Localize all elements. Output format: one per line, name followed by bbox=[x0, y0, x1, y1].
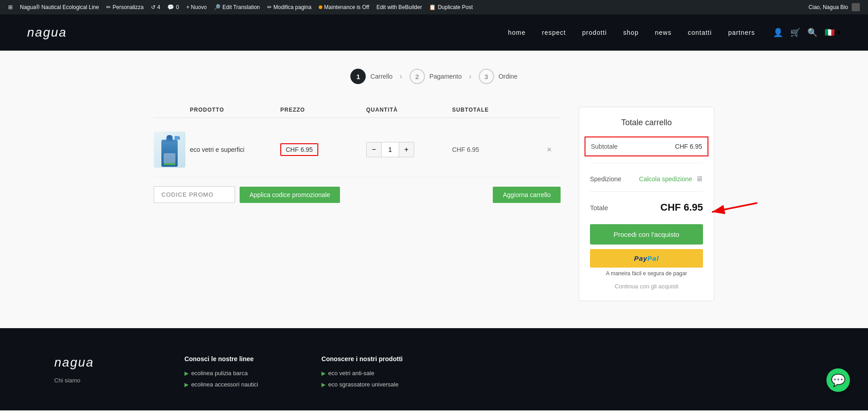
admin-modify-page[interactable]: ✏ Modifica pagina bbox=[264, 0, 315, 14]
paypal-button[interactable]: PayPal bbox=[590, 249, 703, 268]
edit-translation-label: Edit Translation bbox=[222, 4, 260, 10]
language-flag[interactable]: 🇮🇹 ▾ bbox=[825, 28, 841, 38]
total-row: Totale CHF 6.95 bbox=[590, 194, 703, 221]
shipping-row: Spedizione Calcola spedizione 🖥 bbox=[590, 169, 703, 188]
nav-contatti[interactable]: contatti bbox=[688, 29, 712, 36]
duplicate-icon: 📋 bbox=[429, 4, 436, 10]
footer-link-pulizia[interactable]: ▶ ecolinea pulizia barca bbox=[184, 370, 258, 377]
footer-link-vetri-label: eco vetri anti-sale bbox=[328, 370, 374, 377]
comments-icon: 💬 bbox=[167, 4, 174, 10]
svg-line-1 bbox=[712, 203, 757, 212]
footer-logo: nagua bbox=[54, 355, 94, 370]
cart-section: PRODOTTO PREZZO QUANTITÀ SUBTOTALE bbox=[154, 107, 561, 301]
red-arrow-annotation bbox=[708, 198, 762, 221]
product-name: eco vetri e superfici bbox=[190, 146, 280, 153]
subtotale-value: CHF 6.95 bbox=[675, 143, 702, 150]
footer-arrow-2: ▶ bbox=[184, 381, 189, 388]
step-3: 3 Ordine bbox=[479, 69, 518, 84]
paypal-subtitle: A maneira fácil e segura de pagar bbox=[590, 270, 703, 277]
admin-new[interactable]: + Nuovo bbox=[183, 0, 210, 14]
admin-user-greeting[interactable]: Ciao, Nagua Bio bbox=[805, 3, 863, 11]
summary-divider-1 bbox=[590, 163, 703, 163]
bebuilder-label: Edit with BeBuilder bbox=[377, 4, 422, 10]
cart-row: eco vetri e superfici CHF 6.95 − + CHF 6… bbox=[154, 122, 561, 177]
user-icon[interactable]: 👤 bbox=[773, 28, 783, 38]
col-remove bbox=[538, 107, 561, 113]
summary-divider-2 bbox=[590, 191, 703, 192]
admin-comments[interactable]: 💬 0 bbox=[164, 0, 183, 14]
nav-respect[interactable]: respect bbox=[542, 29, 566, 36]
shipping-calc-icon: 🖥 bbox=[696, 175, 703, 183]
paypal-logo-text: Pay bbox=[634, 254, 647, 262]
footer-link-vetri[interactable]: ▶ eco vetri anti-sale bbox=[321, 370, 403, 377]
footer-lines-title: Conosci le nostre linee bbox=[184, 355, 258, 363]
qty-input[interactable] bbox=[381, 142, 399, 157]
col-img bbox=[154, 107, 190, 113]
admin-bebuilder[interactable]: Edit with BeBuilder bbox=[373, 0, 426, 14]
modify-page-icon: ✏ bbox=[267, 4, 272, 10]
footer: nagua Chi siamo Conosci le nostre linee … bbox=[0, 328, 868, 410]
customize-label: Personalizza bbox=[113, 4, 144, 10]
cart-summary: Totale carrello Subtotale CHF 6.95 Spedi… bbox=[579, 107, 714, 301]
greeting-text: Ciao, Nagua Bio bbox=[809, 4, 848, 10]
product-subtotal: CHF 6.95 bbox=[452, 146, 538, 153]
continue-shopping-link[interactable]: Continua con gli acquisti bbox=[590, 283, 703, 290]
step-3-label: Ordine bbox=[499, 73, 518, 80]
shipping-link[interactable]: Calcola spedizione bbox=[639, 175, 693, 183]
qty-increase-button[interactable]: + bbox=[399, 142, 414, 157]
col-prezzo: PREZZO bbox=[280, 107, 366, 113]
footer-arrow-3: ▶ bbox=[321, 370, 326, 377]
maintenance-label: Maintenance is Off bbox=[324, 4, 369, 10]
step-arrow-1: › bbox=[400, 72, 402, 80]
update-cart-button[interactable]: Aggiorna carrello bbox=[493, 187, 561, 203]
admin-wp-logo[interactable]: ⊞ bbox=[5, 0, 16, 14]
coupon-input[interactable] bbox=[154, 186, 235, 203]
admin-bar-right: Ciao, Nagua Bio bbox=[805, 3, 863, 11]
qty-decrease-button[interactable]: − bbox=[367, 142, 381, 157]
nav-shop[interactable]: shop bbox=[623, 29, 638, 36]
cart-header: PRODOTTO PREZZO QUANTITÀ SUBTOTALE bbox=[154, 107, 561, 118]
admin-site-name[interactable]: Nagua® Nautical Ecological Line bbox=[16, 0, 103, 14]
admin-updates[interactable]: ↺ 4 bbox=[147, 0, 164, 14]
product-price-badge: CHF 6.95 bbox=[280, 143, 318, 156]
user-avatar-small bbox=[852, 3, 860, 11]
total-annotation-wrapper: Totale CHF 6.95 bbox=[590, 194, 703, 221]
admin-customize[interactable]: ✏ Personalizza bbox=[103, 0, 147, 14]
step-2: 2 Pagamento bbox=[410, 69, 462, 84]
footer-link-sgrassatore[interactable]: ▶ eco sgrassatore universale bbox=[321, 381, 403, 388]
main-nav: nagua home respect prodotti shop news co… bbox=[0, 14, 868, 51]
apply-coupon-button[interactable]: Applica codice promozionale bbox=[240, 187, 340, 203]
nav-actions: 👤 🛒 🔍 🇮🇹 ▾ bbox=[773, 28, 841, 38]
remove-item-button[interactable]: × bbox=[538, 145, 561, 155]
footer-link-accessori[interactable]: ▶ ecolinea accessori nautici bbox=[184, 381, 258, 388]
page-content: PRODOTTO PREZZO QUANTITÀ SUBTOTALE bbox=[0, 98, 868, 328]
admin-edit-translation[interactable]: 🔎 Edit Translation bbox=[210, 0, 264, 14]
footer-link-accessori-label: ecolinea accessori nautici bbox=[191, 381, 258, 388]
search-icon[interactable]: 🔍 bbox=[807, 28, 817, 38]
modify-page-label: Modifica pagina bbox=[274, 4, 311, 10]
nav-logo[interactable]: nagua bbox=[27, 25, 67, 40]
col-subtotale: SUBTOTALE bbox=[452, 107, 538, 113]
orange-dot bbox=[319, 5, 322, 9]
step-arrow-2: › bbox=[469, 72, 471, 80]
step-2-label: Pagamento bbox=[429, 73, 462, 80]
footer-link-sgrassatore-label: eco sgrassatore universale bbox=[328, 381, 398, 388]
checkout-button[interactable]: Procedi con l'acquisto bbox=[590, 224, 703, 245]
col-prodotto: PRODOTTO bbox=[190, 107, 280, 113]
nav-home[interactable]: home bbox=[508, 29, 526, 36]
qty-control-group: − + bbox=[366, 142, 414, 157]
wp-icon: ⊞ bbox=[8, 4, 13, 10]
admin-duplicate[interactable]: 📋 Duplicate Post bbox=[425, 0, 476, 14]
nav-news[interactable]: news bbox=[655, 29, 672, 36]
new-label: + Nuovo bbox=[186, 4, 207, 10]
nav-partners[interactable]: partners bbox=[728, 29, 755, 36]
footer-arrow-4: ▶ bbox=[321, 381, 326, 388]
step-1-label: Carrello bbox=[370, 73, 392, 80]
cart-icon[interactable]: 🛒 bbox=[790, 28, 800, 38]
nav-prodotti[interactable]: prodotti bbox=[582, 29, 607, 36]
shipping-calc-group: Calcola spedizione 🖥 bbox=[639, 175, 703, 183]
comments-count: 0 bbox=[176, 4, 179, 10]
step-2-number: 2 bbox=[415, 73, 419, 80]
whatsapp-fab-button[interactable]: 💬 bbox=[826, 368, 850, 392]
admin-maintenance[interactable]: Maintenance is Off bbox=[315, 0, 373, 14]
